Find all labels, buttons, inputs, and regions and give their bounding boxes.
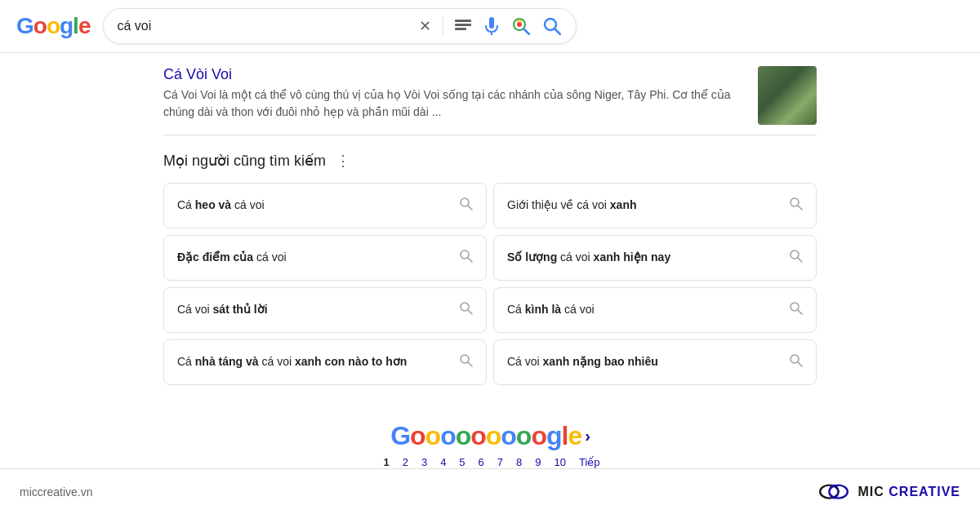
also-search-header: Mọi người cũng tìm kiếm ⋮ [163, 152, 817, 170]
suggestion-text: Cá voi sát thủ lời [177, 302, 268, 318]
suggestion-text: Cá heo và cá voi [177, 197, 265, 214]
footer-website: miccreative.vn [20, 485, 92, 498]
suggestion-item[interactable]: Cá voi xanh nặng bao nhiêu [493, 339, 817, 385]
keyboard-icon[interactable] [453, 18, 473, 34]
suggestion-search-icon [790, 302, 803, 318]
result-title[interactable]: Cá Vòi Voi [163, 66, 232, 82]
suggestion-item[interactable]: Số lượng cá voi xanh hiện nay [493, 235, 817, 281]
pagination-google-logo: Gooooooooogle › [390, 421, 590, 451]
result-image-inner [758, 66, 817, 125]
svg-line-18 [798, 258, 802, 262]
suggestion-search-icon [460, 250, 473, 266]
next-page-button[interactable]: Tiếp [579, 456, 600, 468]
search-suggestions-grid: Cá heo và cá voi Giới thiệu về cá voi xa… [163, 183, 817, 385]
svg-line-20 [468, 310, 472, 314]
svg-line-10 [555, 29, 560, 34]
footer-brand: MIC CREATIVE [817, 480, 961, 504]
suggestion-search-icon [460, 197, 473, 214]
result-snippet: Cá Voi Voi là một cá thể vô cùng thú vị … [163, 86, 745, 121]
also-search-section: Mọi người cũng tìm kiếm ⋮ Cá heo và cá v… [163, 135, 817, 401]
suggestion-text: Số lượng cá voi xanh hiện nay [507, 250, 670, 266]
svg-line-26 [798, 362, 802, 366]
search-bar-icons: ✕ [417, 16, 563, 37]
suggestion-text: Đặc điểm của cá voi [177, 250, 287, 266]
svg-line-22 [798, 310, 802, 314]
svg-rect-0 [455, 20, 471, 22]
search-input[interactable] [117, 19, 411, 33]
result-image [758, 66, 817, 125]
voice-search-icon[interactable] [483, 16, 501, 37]
suggestion-text: Giới thiệu về cá voi xanh [507, 197, 637, 214]
svg-point-7 [517, 22, 522, 27]
clear-button[interactable]: ✕ [417, 16, 433, 37]
suggestion-text: Cá nhà táng và cá voi xanh con nào to hơ… [177, 354, 407, 370]
suggestion-item[interactable]: Cá voi sát thủ lời [163, 287, 487, 333]
search-bar[interactable]: ✕ [103, 8, 577, 44]
svg-rect-3 [489, 17, 494, 29]
image-search-icon[interactable] [510, 16, 532, 37]
pagination: Gooooooooogle › 1 2 3 4 5 6 7 8 9 10 Tiế… [163, 401, 817, 476]
header: Google ✕ [0, 0, 980, 53]
suggestion-item[interactable]: Cá nhà táng và cá voi xanh con nào to hơ… [163, 339, 487, 385]
google-logo: Google [16, 13, 90, 39]
svg-line-14 [798, 206, 802, 210]
svg-line-24 [468, 362, 472, 366]
mic-creative-logo-icon [817, 480, 850, 504]
svg-rect-1 [455, 24, 471, 26]
suggestion-search-icon [790, 197, 803, 214]
top-result: Cá Vòi Voi Cá Voi Voi là một cá thể vô c… [163, 53, 817, 135]
footer: miccreative.vn MIC CREATIVE [0, 468, 980, 514]
search-button[interactable] [541, 16, 563, 37]
svg-rect-2 [455, 28, 466, 30]
suggestion-text: Cá kình là cá voi [507, 302, 595, 318]
mic-creative-label: MIC CREATIVE [858, 485, 961, 499]
svg-line-12 [468, 206, 472, 210]
suggestion-item[interactable]: Giới thiệu về cá voi xanh [493, 183, 817, 228]
suggestion-item[interactable]: Cá kình là cá voi [493, 287, 817, 333]
suggestion-search-icon [460, 354, 473, 370]
svg-line-16 [468, 258, 472, 262]
divider [443, 16, 443, 36]
also-search-title: Mọi người cũng tìm kiếm [163, 152, 326, 170]
suggestion-search-icon [460, 302, 473, 318]
main-content: Cá Vòi Voi Cá Voi Voi là một cá thể vô c… [0, 53, 980, 476]
top-result-text: Cá Vòi Voi Cá Voi Voi là một cá thể vô c… [163, 66, 745, 121]
next-page-chevron[interactable]: › [585, 427, 590, 445]
suggestion-item[interactable]: Đặc điểm của cá voi [163, 235, 487, 281]
suggestion-search-icon [790, 250, 803, 266]
suggestion-text: Cá voi xanh nặng bao nhiêu [507, 354, 658, 370]
svg-point-29 [829, 485, 838, 498]
svg-line-8 [523, 29, 529, 34]
suggestion-item[interactable]: Cá heo và cá voi [163, 183, 487, 228]
suggestion-search-icon [790, 354, 803, 370]
svg-rect-4 [491, 32, 492, 35]
more-options-icon[interactable]: ⋮ [336, 152, 350, 170]
